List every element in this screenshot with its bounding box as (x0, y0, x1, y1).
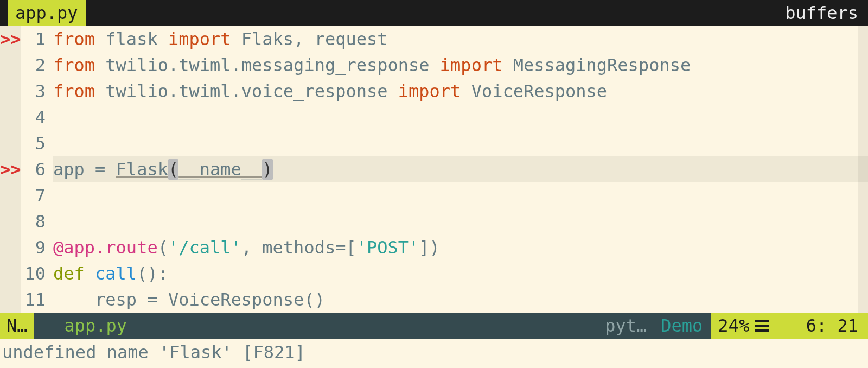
code-line[interactable]: 4 (0, 104, 868, 130)
code-token: import (168, 29, 241, 49)
code-content[interactable]: from flask import Flaks, request (53, 26, 858, 52)
code-line[interactable]: 7 (0, 182, 868, 208)
status-filename: app.py (34, 313, 599, 339)
code-token: twilio.twiml.messaging_response (105, 55, 440, 75)
color-column (858, 26, 868, 52)
tab-bar: app.py buffers (0, 0, 868, 26)
color-column (858, 156, 868, 182)
sign-column (0, 78, 21, 104)
code-content[interactable]: app = Flask(__name__) (53, 156, 858, 182)
lint-error-marker: >> (0, 26, 21, 52)
line-number: 9 (21, 234, 53, 261)
code-content[interactable]: from twilio.twiml.messaging_response imp… (53, 52, 858, 78)
code-token: VoiceResponse (471, 81, 607, 101)
tab-active[interactable]: app.py (8, 0, 86, 26)
code-line[interactable]: 11 resp = VoiceResponse() (0, 287, 868, 313)
sign-column (0, 261, 21, 287)
status-filetype: pyt… (599, 313, 652, 339)
code-token: __name__ (178, 159, 262, 180)
code-line[interactable]: 5 (0, 130, 868, 156)
color-column (858, 130, 868, 156)
color-column (858, 234, 868, 261)
sign-column (0, 130, 21, 156)
buffers-label[interactable]: buffers (775, 0, 868, 26)
line-number: 7 (21, 182, 53, 208)
line-number: 11 (21, 287, 53, 313)
code-token: def (53, 263, 95, 284)
code-token: ]) (419, 237, 440, 258)
code-content[interactable]: from twilio.twiml.voice_response import … (53, 78, 858, 104)
code-content[interactable] (53, 130, 858, 156)
code-token (53, 211, 63, 232)
code-line[interactable]: 9@app.route('/call', methods=['POST']) (0, 234, 868, 261)
line-number: 1 (21, 26, 53, 52)
code-content[interactable]: resp = VoiceResponse() (53, 287, 858, 313)
sign-column (0, 52, 21, 78)
code-token: from (53, 29, 105, 49)
code-content[interactable] (53, 208, 858, 234)
code-token: import (398, 81, 471, 101)
line-number: 2 (21, 52, 53, 78)
code-content[interactable] (53, 104, 858, 130)
code-token: call (95, 263, 137, 284)
status-position: 6: 21 (775, 313, 868, 339)
code-token: from (53, 81, 105, 101)
code-token: resp = VoiceResponse() (53, 289, 325, 310)
code-token: , methods=[ (241, 237, 356, 258)
color-column (858, 287, 868, 313)
code-token: import (440, 55, 513, 75)
hamburger-icon (755, 318, 769, 333)
code-content[interactable] (53, 182, 858, 208)
code-token: Flask (116, 159, 168, 180)
code-line[interactable]: 3from twilio.twiml.voice_response import… (0, 78, 868, 104)
line-number: 4 (21, 104, 53, 130)
code-token: Flaks, request (241, 29, 388, 49)
code-token (53, 107, 63, 128)
color-column (858, 208, 868, 234)
code-token: '/call' (168, 237, 241, 258)
code-token (53, 185, 63, 206)
code-line[interactable]: 10def call(): (0, 261, 868, 287)
code-token: app = (53, 159, 116, 180)
code-content[interactable]: def call(): (53, 261, 858, 287)
color-column (858, 104, 868, 130)
code-token: @app.route (53, 237, 158, 258)
code-content[interactable]: @app.route('/call', methods=['POST']) (53, 234, 858, 261)
code-token (53, 133, 63, 154)
sign-column (0, 182, 21, 208)
color-column (858, 182, 868, 208)
status-percent-value: 24% (718, 313, 749, 339)
message-bar: undefined name 'Flask' [F821] (0, 339, 868, 366)
status-bar: N… app.py pyt… Demo 24% 6: 21 (0, 313, 868, 339)
code-token: 'POST' (356, 237, 419, 258)
color-column (858, 261, 868, 287)
code-line[interactable]: >>6app = Flask(__name__) (0, 156, 868, 182)
code-line[interactable]: >>1from flask import Flaks, request (0, 26, 868, 52)
line-number: 8 (21, 208, 53, 234)
status-percent: 24% (711, 313, 775, 339)
code-token: flask (105, 29, 168, 49)
line-number: 3 (21, 78, 53, 104)
sign-column (0, 208, 21, 234)
code-line[interactable]: 2from twilio.twiml.messaging_response im… (0, 52, 868, 78)
code-token: (): (137, 263, 168, 284)
code-token: ) (262, 159, 272, 180)
status-mode: N… (0, 313, 34, 339)
lint-error-marker: >> (0, 156, 21, 182)
sign-column (0, 234, 21, 261)
code-token: ( (168, 159, 178, 180)
code-token: from (53, 55, 105, 75)
color-column (858, 78, 868, 104)
code-token: ( (158, 237, 168, 258)
color-column (858, 52, 868, 78)
code-line[interactable]: 8 (0, 208, 868, 234)
code-token: twilio.twiml.voice_response (105, 81, 398, 101)
status-branch: Demo (652, 313, 711, 339)
code-token: MessagingResponse (513, 55, 691, 75)
sign-column (0, 104, 21, 130)
tabbar-spacer (86, 0, 776, 26)
sign-column (0, 287, 21, 313)
line-number: 10 (21, 261, 53, 287)
line-number: 5 (21, 130, 53, 156)
code-editor[interactable]: >>1from flask import Flaks, request2from… (0, 26, 868, 313)
